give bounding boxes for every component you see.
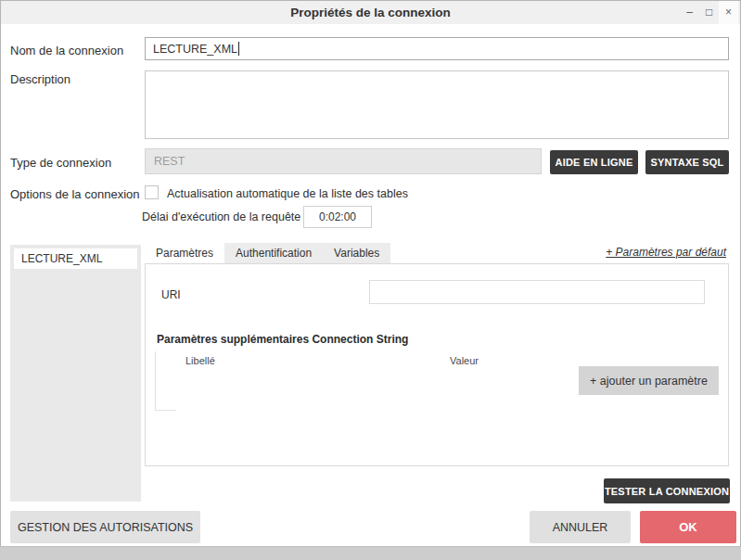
connection-type-input: REST: [145, 148, 542, 174]
cancel-button[interactable]: ANNULER: [530, 511, 631, 543]
manage-permissions-button[interactable]: GESTION DES AUTORISATIONS: [10, 511, 200, 543]
dialog-title: Propriétés de la connexion: [1, 1, 740, 24]
auto-refresh-checkbox[interactable]: [145, 185, 159, 199]
connection-options-label: Options de la connexion: [10, 187, 139, 201]
add-parameter-button[interactable]: + ajouter un paramètre: [579, 366, 719, 395]
uri-input[interactable]: [369, 280, 705, 304]
name-label: Nom de la connexion: [10, 44, 123, 57]
close-icon[interactable]: ×: [719, 1, 738, 24]
tab-authentification[interactable]: Authentification: [224, 243, 323, 263]
sql-syntax-button[interactable]: SYNTAXE SQL: [645, 150, 729, 174]
test-connection-button[interactable]: TESTER LA CONNEXION: [604, 478, 730, 503]
connection-name-value: LECTURE_XML: [153, 43, 237, 56]
auto-refresh-label: Actualisation automatique de la liste de…: [167, 187, 408, 200]
column-header-label: Libellé: [185, 355, 215, 366]
window-controls: – □ ×: [680, 1, 738, 24]
description-label: Description: [10, 72, 70, 86]
parameters-table-edge: [155, 351, 176, 411]
parameters-tab-content: URI Paramètres supplémentaires Connectio…: [145, 263, 729, 466]
extra-parameters-title: Paramètres supplémentaires Connection St…: [157, 333, 408, 346]
connection-type-label: Type de connexion: [10, 156, 111, 170]
default-parameters-link[interactable]: + Paramètres par défaut: [606, 246, 726, 259]
connection-list-item[interactable]: LECTURE_XML: [14, 248, 137, 269]
online-help-button[interactable]: AIDE EN LIGNE: [550, 150, 638, 174]
connection-list-panel: LECTURE_XML: [10, 245, 141, 502]
tab-bar: Paramètres Authentification Variables: [145, 243, 390, 263]
text-cursor: [238, 42, 239, 56]
titlebar: Propriétés de la connexion – □ ×: [1, 1, 740, 24]
description-textarea[interactable]: [145, 70, 729, 139]
timeout-label: Délai d'exécution de la requête: [142, 210, 300, 223]
maximize-icon[interactable]: □: [699, 1, 719, 24]
connection-properties-dialog: Propriétés de la connexion – □ × Nom de …: [0, 0, 741, 547]
connection-name-input[interactable]: LECTURE_XML: [145, 37, 729, 60]
tab-variables[interactable]: Variables: [323, 243, 390, 263]
minimize-icon[interactable]: –: [680, 1, 699, 24]
ok-button[interactable]: OK: [640, 511, 736, 543]
timeout-input[interactable]: [303, 206, 372, 228]
column-header-value: Valeur: [450, 355, 479, 366]
tab-parametres[interactable]: Paramètres: [145, 243, 224, 263]
uri-label: URI: [161, 288, 181, 301]
